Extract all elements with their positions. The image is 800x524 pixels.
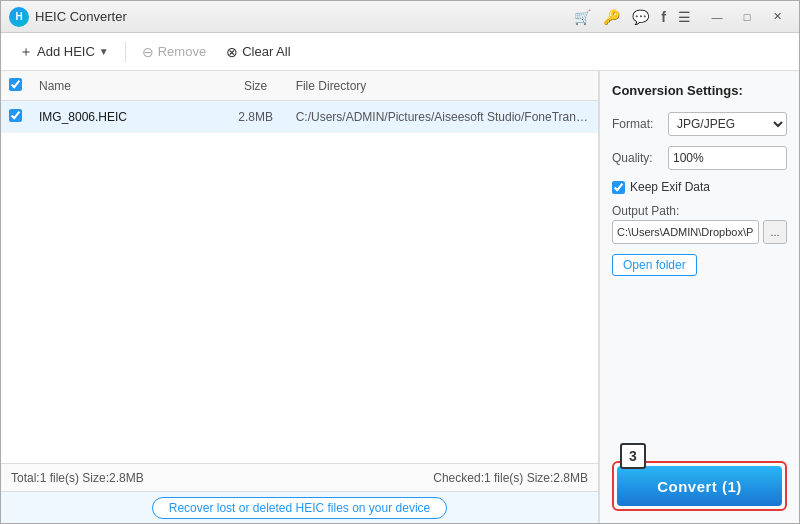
table-header: Name Size File Directory xyxy=(1,71,598,101)
remove-label: Remove xyxy=(158,44,206,59)
table-row: IMG_8006.HEIC 2.8MB C:/Users/ADMIN/Pictu… xyxy=(1,101,598,133)
quality-row: Quality: ▲ ▼ xyxy=(612,146,787,170)
clear-all-label: Clear All xyxy=(242,44,290,59)
minimize-button[interactable]: — xyxy=(703,6,731,28)
window-controls: — □ ✕ xyxy=(703,6,791,28)
menu-icon[interactable]: ☰ xyxy=(678,9,691,25)
app-icon: H xyxy=(9,7,29,27)
add-heic-label: Add HEIC xyxy=(37,44,95,59)
output-path-label: Output Path: xyxy=(612,204,787,218)
key-icon[interactable]: 🔑 xyxy=(603,9,620,25)
keep-exif-label[interactable]: Keep Exif Data xyxy=(630,180,710,194)
app-title: HEIC Converter xyxy=(35,9,574,24)
column-header-directory: File Directory xyxy=(296,79,590,93)
quality-input[interactable] xyxy=(669,151,787,165)
recovery-button[interactable]: Recover lost or deleted HEIC files on yo… xyxy=(152,497,447,519)
table-body: IMG_8006.HEIC 2.8MB C:/Users/ADMIN/Pictu… xyxy=(1,101,598,463)
add-heic-button[interactable]: ＋ Add HEIC ▼ xyxy=(11,39,117,65)
toolbar-separator-1 xyxy=(125,42,126,62)
step-badge: 3 xyxy=(620,443,646,469)
remove-button[interactable]: ⊖ Remove xyxy=(134,40,214,64)
maximize-button[interactable]: □ xyxy=(733,6,761,28)
chat-icon[interactable]: 💬 xyxy=(632,9,649,25)
open-folder-button[interactable]: Open folder xyxy=(612,254,697,276)
minus-icon: ⊖ xyxy=(142,44,154,60)
output-path-section: Output Path: ... xyxy=(612,204,787,244)
status-checked: Checked:1 file(s) Size:2.8MB xyxy=(433,471,588,485)
output-path-input[interactable] xyxy=(612,220,759,244)
status-total: Total:1 file(s) Size:2.8MB xyxy=(11,471,413,485)
file-panel: Name Size File Directory IMG_8006.HEIC 2… xyxy=(1,71,599,523)
facebook-icon[interactable]: f xyxy=(661,9,666,25)
keep-exif-row: Keep Exif Data xyxy=(612,180,787,194)
file-directory: C:/Users/ADMIN/Pictures/Aiseesoft Studio… xyxy=(296,110,590,124)
title-bar: H HEIC Converter 🛒 🔑 💬 f ☰ — □ ✕ xyxy=(1,1,799,33)
convert-button[interactable]: Convert (1) xyxy=(617,466,782,506)
file-name: IMG_8006.HEIC xyxy=(39,110,216,124)
cart-icon[interactable]: 🛒 xyxy=(574,9,591,25)
status-bar: Total:1 file(s) Size:2.8MB Checked:1 fil… xyxy=(1,463,598,491)
quality-label: Quality: xyxy=(612,151,662,165)
select-all-checkbox[interactable] xyxy=(9,78,22,91)
clear-icon: ⊗ xyxy=(226,44,238,60)
recovery-bar: Recover lost or deleted HEIC files on yo… xyxy=(1,491,598,523)
file-size: 2.8MB xyxy=(216,110,296,124)
format-row: Format: JPG/JPEG PNG BMP TIFF GIF xyxy=(612,112,787,136)
main-content: Name Size File Directory IMG_8006.HEIC 2… xyxy=(1,71,799,523)
convert-area: 3 Convert (1) xyxy=(612,461,787,511)
browse-button[interactable]: ... xyxy=(763,220,787,244)
settings-title: Conversion Settings: xyxy=(612,83,787,98)
format-label: Format: xyxy=(612,117,662,131)
row-checkbox[interactable] xyxy=(9,109,22,122)
title-bar-icons: 🛒 🔑 💬 f ☰ xyxy=(574,9,691,25)
keep-exif-checkbox[interactable] xyxy=(612,181,625,194)
header-checkbox-cell xyxy=(9,78,39,94)
output-path-row: ... xyxy=(612,220,787,244)
column-header-name: Name xyxy=(39,79,216,93)
column-header-size: Size xyxy=(216,79,296,93)
plus-icon: ＋ xyxy=(19,43,33,61)
close-button[interactable]: ✕ xyxy=(763,6,791,28)
format-select[interactable]: JPG/JPEG PNG BMP TIFF GIF xyxy=(668,112,787,136)
row-checkbox-cell xyxy=(9,109,39,125)
settings-panel: Conversion Settings: Format: JPG/JPEG PN… xyxy=(599,71,799,523)
clear-all-button[interactable]: ⊗ Clear All xyxy=(218,40,298,64)
quality-spinner: ▲ ▼ xyxy=(668,146,787,170)
toolbar: ＋ Add HEIC ▼ ⊖ Remove ⊗ Clear All xyxy=(1,33,799,71)
add-dropdown-arrow[interactable]: ▼ xyxy=(99,46,109,57)
